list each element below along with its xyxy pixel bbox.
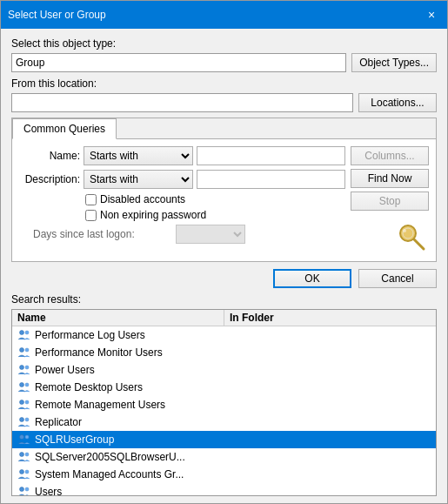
svg-rect-22	[17, 433, 31, 447]
svg-point-27	[25, 453, 29, 456]
user-group-icon	[17, 328, 31, 342]
name-cell: Performance Log Users	[12, 327, 224, 343]
svg-point-12	[25, 366, 29, 369]
title-bar: Select User or Group ×	[1, 1, 447, 29]
object-type-label: Select this object type:	[11, 37, 437, 50]
name-cell: System Managed Accounts Gr...	[12, 467, 224, 482]
table-row[interactable]: Remote Management Users	[12, 396, 436, 413]
table-row[interactable]: System Managed Accounts Gr...	[12, 466, 436, 483]
svg-point-33	[25, 487, 29, 491]
table-row[interactable]: Power Users	[12, 361, 436, 379]
user-group-icon	[17, 485, 31, 495]
common-queries-tab[interactable]: Common Queries	[12, 118, 117, 139]
svg-point-9	[25, 348, 29, 352]
svg-point-8	[20, 348, 24, 353]
user-group-icon	[17, 398, 31, 412]
folder-cell	[224, 352, 437, 353]
results-label: Search results:	[11, 293, 437, 306]
svg-rect-13	[17, 380, 31, 394]
results-body[interactable]: Performance Log Users Performance Monito…	[12, 326, 436, 495]
name-column-header: Name	[12, 310, 224, 326]
table-row[interactable]: Performance Log Users	[12, 326, 436, 344]
description-label: Description:	[19, 173, 80, 185]
svg-point-20	[20, 418, 24, 422]
non-expiring-label: Non expiring password	[100, 209, 206, 221]
location-input[interactable]	[11, 93, 353, 112]
table-row[interactable]: Remote Desktop Users	[12, 379, 436, 396]
name-label: Name:	[19, 150, 80, 162]
svg-rect-10	[17, 363, 31, 377]
object-type-row: Object Types...	[11, 53, 437, 72]
location-row: Locations...	[11, 93, 437, 112]
side-buttons-panel: Columns... Find Now Stop	[351, 146, 429, 254]
days-select[interactable]	[176, 225, 245, 244]
table-row[interactable]: Performance Monitor Users	[12, 344, 436, 361]
search-magnifier-icon	[396, 221, 429, 254]
folder-cell	[224, 474, 437, 475]
user-group-icon	[17, 467, 31, 481]
disabled-accounts-checkbox[interactable]	[85, 194, 97, 205]
svg-point-3	[403, 229, 406, 232]
svg-point-18	[25, 400, 29, 404]
name-value-input[interactable]	[197, 146, 345, 165]
name-cell: Power Users	[12, 362, 224, 378]
svg-point-23	[20, 435, 24, 440]
ok-cancel-row: OK Cancel	[11, 269, 437, 288]
tab-main-area: Name: Starts with Is exactly Does not st…	[19, 146, 429, 254]
folder-cell	[224, 404, 437, 406]
object-types-button[interactable]: Object Types...	[351, 53, 437, 72]
svg-point-26	[20, 453, 24, 457]
table-row[interactable]: Users	[12, 483, 436, 495]
cancel-button[interactable]: Cancel	[358, 269, 437, 288]
name-row: Name: Starts with Is exactly Does not st…	[19, 146, 345, 165]
tab-bar: Common Queries	[12, 118, 436, 139]
days-row: Days since last logon:	[26, 225, 345, 244]
svg-rect-19	[17, 415, 31, 429]
folder-cell	[224, 491, 437, 493]
locations-button[interactable]: Locations...	[358, 93, 437, 112]
name-condition-select[interactable]: Starts with Is exactly Does not start wi…	[84, 146, 193, 165]
results-table: Name In Folder Performance Log Users Per…	[11, 309, 437, 496]
svg-rect-16	[17, 398, 31, 412]
days-label: Days since last logon:	[33, 228, 172, 240]
close-button[interactable]: ×	[423, 6, 440, 24]
svg-rect-31	[17, 485, 31, 495]
svg-point-24	[25, 435, 29, 439]
description-row: Description: Starts with Is exactly Does…	[19, 170, 345, 189]
name-cell: Remote Desktop Users	[12, 380, 224, 395]
table-row[interactable]: SQLRUserGroup	[12, 431, 436, 448]
dialog-content: Select this object type: Object Types...…	[1, 29, 447, 503]
user-group-icon	[17, 346, 31, 360]
columns-button[interactable]: Columns...	[351, 146, 429, 165]
disabled-accounts-label: Disabled accounts	[100, 193, 185, 205]
svg-rect-28	[17, 467, 31, 481]
description-value-input[interactable]	[197, 170, 345, 189]
table-row[interactable]: Replicator	[12, 413, 436, 431]
user-group-icon	[17, 380, 31, 394]
object-type-input[interactable]	[11, 53, 346, 72]
name-cell: Remote Management Users	[12, 397, 224, 413]
stop-button[interactable]: Stop	[351, 192, 429, 211]
results-header: Name In Folder	[12, 310, 436, 326]
table-row[interactable]: SQLServer2005SQLBrowserU...	[12, 448, 436, 466]
svg-rect-7	[17, 346, 31, 360]
svg-point-29	[20, 470, 24, 474]
svg-rect-4	[17, 328, 31, 342]
svg-point-17	[20, 400, 24, 405]
user-group-icon	[17, 363, 31, 377]
search-icon-area	[351, 221, 429, 254]
form-area: Name: Starts with Is exactly Does not st…	[19, 146, 345, 254]
name-cell: Performance Monitor Users	[12, 345, 224, 360]
svg-point-14	[20, 383, 24, 387]
name-cell: SQLServer2005SQLBrowserU...	[12, 449, 224, 465]
find-now-button[interactable]: Find Now	[351, 169, 429, 188]
non-expiring-checkbox[interactable]	[85, 210, 97, 221]
svg-point-21	[25, 418, 29, 421]
svg-point-30	[25, 470, 29, 474]
description-condition-select[interactable]: Starts with Is exactly Does not start wi…	[84, 170, 193, 189]
svg-point-11	[20, 366, 24, 370]
tabbed-panel: Common Queries Name: Starts with Is exac…	[11, 118, 437, 262]
svg-point-5	[20, 331, 24, 335]
ok-button[interactable]: OK	[273, 269, 351, 288]
name-cell: Users	[12, 484, 224, 495]
